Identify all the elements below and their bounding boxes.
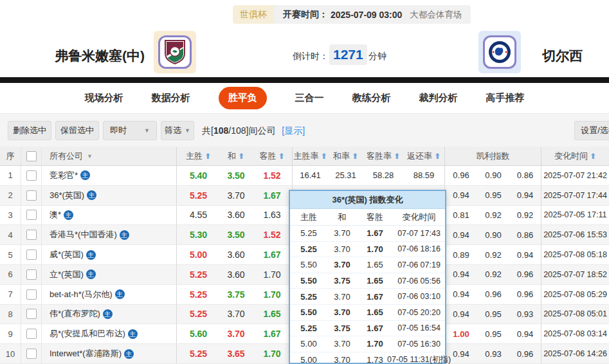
delete-selected-button[interactable]: 删除选中: [8, 121, 51, 140]
row-checkbox-cell: [21, 245, 42, 264]
venue-name: 大都会体育场: [410, 9, 462, 21]
company-cell[interactable]: 伟*(直布罗陀)主: [42, 305, 177, 324]
popup-away-odds: 1.65: [357, 257, 393, 273]
home-odds-value: 5.25: [177, 265, 220, 284]
nav-tab-数据分析[interactable]: 数据分析: [152, 92, 190, 104]
row-checkbox[interactable]: [26, 250, 37, 260]
draw-rate-value: 25.31: [328, 166, 363, 185]
popup-away-odds: 1.70: [357, 336, 393, 352]
kelly-draw-value: 0.95: [477, 305, 509, 324]
kelly-draw-value: 0.92: [477, 245, 509, 264]
header-home-odds[interactable]: 主胜⬆: [177, 147, 220, 165]
row-checkbox[interactable]: [26, 210, 37, 220]
row-checkbox-cell: [21, 324, 42, 343]
company-cell[interactable]: 香港马*(中国香港)主: [42, 225, 177, 244]
company-cell[interactable]: 澳*主: [42, 206, 177, 225]
header-company[interactable]: 所有公司▼: [42, 147, 177, 165]
popup-change-time: 07-05 16:54: [393, 321, 445, 336]
header-away-odds-label: 客胜: [259, 150, 276, 162]
popup-draw-odds: 3.70: [327, 257, 357, 273]
company-cell[interactable]: 36*(英国)主: [42, 186, 177, 205]
popup-row: 5.503.701.6507-05 20:20: [290, 305, 445, 321]
row-checkbox[interactable]: [26, 309, 37, 319]
row-checkbox-cell: [21, 186, 42, 205]
chevron-down-icon: ▼: [87, 153, 93, 159]
company-cell[interactable]: bet-at-h*(马尔他)主: [42, 285, 177, 304]
header-change-time[interactable]: 变化时间⬆: [541, 147, 609, 165]
filter-dropdown[interactable]: 筛选 ▼: [161, 121, 194, 140]
company-name: 澳*: [50, 209, 61, 221]
row-checkbox-cell: [21, 344, 42, 363]
row-seq: 2: [0, 186, 21, 205]
row-checkbox[interactable]: [26, 289, 37, 300]
popup-row: 5.253.701.7007-06 18:16: [290, 242, 445, 258]
popup-row: 5.003.701.7007-05 16:30: [290, 336, 445, 352]
popup-change-time: 07-06 05:56: [393, 273, 445, 289]
away-odds-value: 1.67: [252, 324, 293, 343]
change-time-value: 2025-07-08 05:18: [541, 245, 609, 264]
company-count-suffix: /108]间公司: [228, 125, 275, 136]
header-home-rate[interactable]: 主胜率⬆: [293, 147, 328, 165]
header-kelly: 凯利指数: [445, 147, 541, 165]
company-cell[interactable]: 易*(安提瓜和巴布达)主: [42, 324, 177, 343]
nav-tab-三合一[interactable]: 三合一: [295, 92, 324, 104]
show-link[interactable]: [显示]: [282, 125, 305, 136]
company-name: 立*(英国): [50, 269, 84, 280]
company-cell[interactable]: 威*(英国)主: [42, 245, 177, 264]
header-return-rate[interactable]: 返还率⬆: [403, 147, 445, 165]
nav-tab-裁判分析[interactable]: 裁判分析: [419, 92, 458, 104]
row-checkbox[interactable]: [26, 329, 37, 339]
popup-header-time: 变化时间: [393, 209, 445, 225]
row-checkbox[interactable]: [26, 190, 37, 201]
kelly-home-value: 0.94: [445, 265, 477, 284]
header-draw-rate[interactable]: 和率⬆: [328, 147, 363, 165]
nav-tab-现场分析[interactable]: 现场分析: [85, 92, 123, 104]
company-name: 易*(安提瓜和巴布达): [50, 328, 125, 340]
popup-home-odds: 5.50: [290, 257, 327, 273]
table-toolbar: 删除选中 保留选中 即时 ▼ 筛选 ▼ 共[108/108]间公司 [显示] 设…: [0, 113, 609, 147]
draw-odds-value: 3.50: [220, 166, 252, 185]
nav-tab-胜平负[interactable]: 胜平负: [219, 87, 267, 109]
sort-asc-icon: ⬆: [394, 152, 400, 161]
row-checkbox[interactable]: [26, 230, 37, 240]
header-away-rate[interactable]: 客胜率⬆: [363, 147, 403, 165]
header-draw-odds-label: 和: [228, 150, 236, 162]
popup-draw-odds: 3.70: [327, 242, 357, 257]
home-odds-value: 5.25: [177, 285, 220, 304]
change-time-value: 2025-07-06 14:26: [541, 344, 609, 363]
select-all-checkbox[interactable]: [26, 151, 37, 161]
header-home-odds-label: 主胜: [186, 150, 203, 162]
nav-tab-高手推荐[interactable]: 高手推荐: [486, 92, 525, 104]
header-away-odds[interactable]: 客胜⬆: [252, 147, 293, 165]
popup-home-odds: 5.00: [290, 336, 327, 352]
row-checkbox[interactable]: [26, 269, 37, 280]
keep-selected-button[interactable]: 保留选中: [55, 121, 99, 140]
kelly-away-value: 0.93: [509, 305, 541, 324]
company-cell[interactable]: 竞彩官*主: [42, 166, 177, 185]
company-cell[interactable]: 立*(英国)主: [42, 265, 177, 284]
kelly-home-value: 0.94: [445, 225, 477, 244]
kickoff-time: 2025-07-09 03:00: [331, 10, 402, 20]
popup-row: 5.503.701.6507-06 07:19: [290, 257, 445, 273]
settings-select-button[interactable]: 设置/选择: [574, 121, 609, 140]
away-team-name: 切尔西: [542, 47, 583, 65]
sort-asc-icon: ⬆: [590, 152, 596, 161]
company-cell[interactable]: Interwet*(塞浦路斯)主: [42, 344, 177, 363]
row-checkbox[interactable]: [26, 349, 37, 359]
home-team-badge: [154, 31, 196, 73]
row-checkbox[interactable]: [26, 170, 37, 181]
kelly-home-value: 0.94: [445, 186, 477, 205]
popup-change-time: 07-05 16:30: [393, 336, 445, 352]
header-home-rate-label: 主胜率: [293, 150, 318, 162]
company-badge-icon: 主: [86, 269, 96, 279]
sort-asc-icon: ⬆: [320, 152, 327, 161]
header-draw-odds[interactable]: 和⬆: [220, 147, 252, 165]
away-odds-value: 1.70: [252, 344, 293, 363]
odds-time-dropdown[interactable]: 即时 ▼: [103, 121, 157, 140]
company-badge-icon: 主: [103, 309, 113, 319]
kelly-away-value: 0.96: [509, 344, 541, 363]
company-name: 香港马*(中国香港): [50, 229, 117, 241]
nav-tab-教练分析[interactable]: 教练分析: [352, 92, 391, 104]
row-seq: 4: [0, 225, 21, 244]
kelly-away-value: 0.92: [509, 206, 541, 225]
